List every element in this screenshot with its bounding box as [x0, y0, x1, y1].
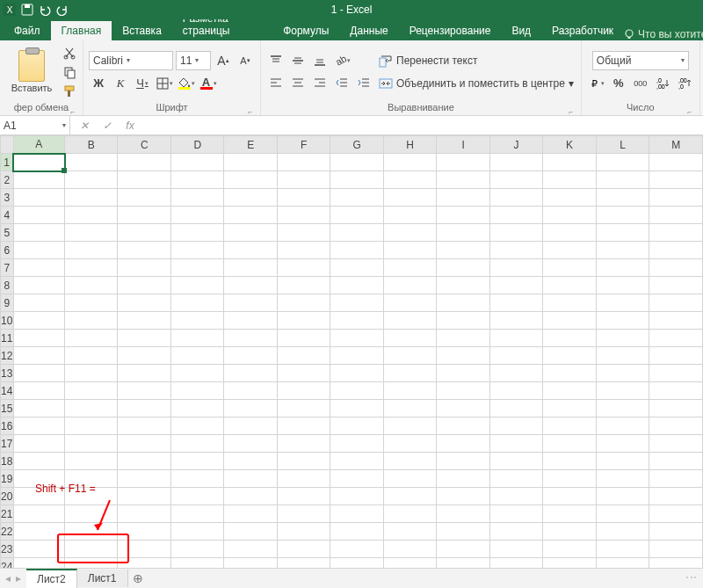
cell[interactable]: [543, 417, 596, 435]
orientation-button[interactable]: ab▾: [332, 51, 352, 70]
cell[interactable]: [277, 470, 330, 488]
underline-button[interactable]: Ч▾: [133, 74, 152, 93]
cell[interactable]: [65, 277, 118, 294]
cell[interactable]: [489, 154, 542, 171]
cell[interactable]: [649, 453, 703, 470]
column-header[interactable]: J: [489, 136, 542, 154]
cell[interactable]: [383, 435, 436, 453]
cell[interactable]: [13, 435, 64, 453]
cell[interactable]: [118, 435, 170, 453]
cell[interactable]: [118, 523, 170, 541]
sheet-tab-active[interactable]: Лист2: [26, 569, 77, 588]
cell[interactable]: [596, 417, 649, 435]
cell[interactable]: [596, 400, 649, 417]
cell[interactable]: [118, 259, 170, 277]
cell[interactable]: [277, 417, 330, 435]
cell[interactable]: [224, 417, 277, 435]
wrap-text-button[interactable]: Перенести текст: [377, 51, 576, 70]
cell[interactable]: [489, 242, 542, 259]
cell[interactable]: [277, 277, 330, 294]
cell[interactable]: [543, 435, 596, 453]
sheet-nav-last-icon[interactable]: ▸: [16, 572, 21, 584]
cell[interactable]: [277, 365, 330, 382]
cell[interactable]: [649, 189, 703, 207]
cell[interactable]: [596, 558, 649, 569]
cell[interactable]: [543, 365, 596, 382]
cell[interactable]: [543, 347, 596, 365]
cell[interactable]: [277, 294, 330, 312]
column-header[interactable]: H: [383, 136, 436, 154]
cell[interactable]: [13, 294, 64, 312]
cell[interactable]: [596, 259, 649, 277]
font-size-combo[interactable]: 11▾: [176, 51, 211, 70]
cell[interactable]: [224, 347, 277, 365]
sheet-nav-first-icon[interactable]: ◂: [5, 572, 11, 584]
row-header[interactable]: 18: [1, 453, 14, 470]
cell[interactable]: [543, 523, 596, 541]
row-header[interactable]: 12: [1, 347, 14, 365]
cell[interactable]: [277, 541, 330, 558]
cell[interactable]: [118, 330, 170, 347]
cell[interactable]: [65, 171, 118, 189]
cell[interactable]: [383, 382, 436, 400]
cell[interactable]: [649, 400, 703, 417]
cell[interactable]: [330, 242, 383, 259]
align-center-button[interactable]: [288, 73, 308, 92]
cell[interactable]: [649, 505, 703, 523]
cell[interactable]: [437, 347, 489, 365]
cell[interactable]: [437, 171, 489, 189]
cell[interactable]: [649, 435, 703, 453]
cell[interactable]: [224, 154, 277, 171]
cell[interactable]: [383, 347, 436, 365]
cell[interactable]: [224, 242, 277, 259]
cell[interactable]: [383, 470, 436, 488]
tab-developer[interactable]: Разработчик: [541, 21, 624, 40]
row-header[interactable]: 10: [1, 312, 14, 330]
cell[interactable]: [489, 523, 542, 541]
save-icon[interactable]: [21, 4, 33, 16]
cell[interactable]: [13, 453, 64, 470]
cell[interactable]: [649, 294, 703, 312]
cell[interactable]: [489, 541, 542, 558]
cell[interactable]: [543, 330, 596, 347]
cell[interactable]: [489, 365, 542, 382]
cell[interactable]: [224, 488, 277, 505]
cell[interactable]: [330, 453, 383, 470]
cell[interactable]: [596, 505, 649, 523]
cell[interactable]: [437, 417, 489, 435]
cell[interactable]: [383, 171, 436, 189]
cell[interactable]: [65, 154, 118, 171]
cell[interactable]: [489, 435, 542, 453]
cell[interactable]: [596, 277, 649, 294]
borders-button[interactable]: ▾: [155, 74, 174, 93]
column-header[interactable]: E: [224, 136, 277, 154]
cell[interactable]: [170, 541, 223, 558]
new-sheet-button[interactable]: ⊕: [128, 571, 148, 585]
cell[interactable]: [170, 242, 223, 259]
cell[interactable]: [13, 523, 64, 541]
column-header[interactable]: D: [170, 136, 223, 154]
cell[interactable]: [330, 505, 383, 523]
row-header[interactable]: 16: [1, 417, 14, 435]
cell[interactable]: [224, 505, 277, 523]
cell[interactable]: [437, 189, 489, 207]
cell[interactable]: [437, 242, 489, 259]
cell[interactable]: [437, 523, 489, 541]
cell[interactable]: [224, 400, 277, 417]
cell[interactable]: [224, 189, 277, 207]
cell[interactable]: [543, 382, 596, 400]
insert-function-button[interactable]: fx: [121, 117, 139, 134]
cell[interactable]: [489, 453, 542, 470]
name-box[interactable]: A1▾: [0, 116, 70, 135]
cell[interactable]: [277, 453, 330, 470]
cell[interactable]: [65, 330, 118, 347]
cell[interactable]: [170, 435, 223, 453]
cell[interactable]: [437, 382, 489, 400]
cell[interactable]: [649, 347, 703, 365]
column-header[interactable]: M: [649, 136, 703, 154]
cell[interactable]: [224, 365, 277, 382]
cell[interactable]: [383, 330, 436, 347]
cell[interactable]: [13, 505, 64, 523]
sheet-tab[interactable]: Лист1: [77, 570, 128, 587]
cell[interactable]: [118, 365, 170, 382]
